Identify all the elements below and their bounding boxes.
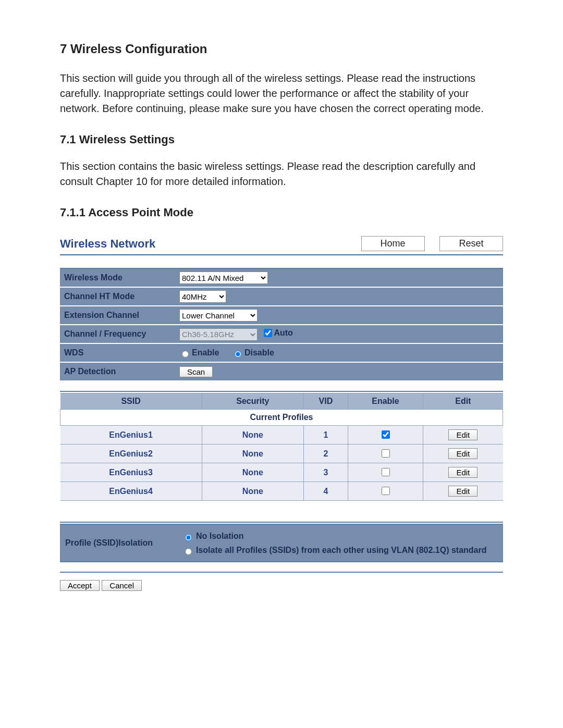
wds-disable-label: Disable <box>244 348 274 357</box>
table-row: EnGenius1None1Edit <box>60 426 503 445</box>
ssid-cell: EnGenius2 <box>60 445 202 463</box>
accept-button[interactable]: Accept <box>60 580 100 591</box>
col-vid: VID <box>303 393 348 410</box>
divider <box>60 391 503 392</box>
table-row: EnGenius3None3Edit <box>60 463 503 482</box>
isolation-none-label: No Isolation <box>196 532 244 540</box>
wds-label: WDS <box>60 343 175 362</box>
isolation-none-radio[interactable] <box>185 534 192 541</box>
security-cell: None <box>202 445 303 463</box>
ht-mode-select[interactable]: 40MHz <box>179 290 226 303</box>
edit-button[interactable]: Edit <box>448 429 478 440</box>
col-edit: Edit <box>423 393 503 410</box>
profiles-caption: Current Profiles <box>60 410 503 426</box>
security-cell: None <box>202 482 303 501</box>
vid-cell: 1 <box>303 426 348 445</box>
table-row: EnGenius4None4Edit <box>60 482 503 501</box>
edit-button[interactable]: Edit <box>448 467 478 478</box>
section-heading-7-1: 7.1 Wireless Settings <box>60 133 503 146</box>
channel-auto-label: Auto <box>274 328 292 338</box>
channel-frequency-select: Ch36-5.18GHz <box>179 328 258 341</box>
enable-checkbox[interactable] <box>382 487 390 495</box>
ht-mode-label: Channel HT Mode <box>60 287 175 306</box>
wireless-network-panel: Wireless Network Home Reset Wireless Mod… <box>60 235 503 591</box>
table-row: EnGenius2None2Edit <box>60 445 503 463</box>
vid-cell: 2 <box>303 445 348 463</box>
security-cell: None <box>202 463 303 482</box>
wireless-mode-label: Wireless Mode <box>60 269 175 287</box>
reset-button[interactable]: Reset <box>439 236 503 251</box>
home-button[interactable]: Home <box>361 236 425 251</box>
scan-button[interactable]: Scan <box>179 366 213 377</box>
extension-channel-select[interactable]: Lower Channel <box>179 309 258 322</box>
edit-button[interactable]: Edit <box>448 448 478 459</box>
current-profiles-table: Current Profiles SSID Security VID Enabl… <box>60 393 503 501</box>
vid-cell: 3 <box>303 463 348 482</box>
section-heading-7-1-1: 7.1.1 Access Point Mode <box>60 206 503 219</box>
ap-detection-label: AP Detection <box>60 362 175 381</box>
enable-checkbox[interactable] <box>382 449 390 458</box>
extension-channel-label: Extension Channel <box>60 306 175 325</box>
ssid-cell: EnGenius1 <box>60 426 202 445</box>
col-enable: Enable <box>348 393 423 410</box>
divider <box>60 572 503 573</box>
cancel-button[interactable]: Cancel <box>102 580 142 591</box>
isolation-vlan-label: Isolate all Profiles (SSIDs) from each o… <box>196 546 486 554</box>
col-ssid: SSID <box>60 393 202 410</box>
wds-enable-radio[interactable] <box>182 351 189 357</box>
enable-checkbox[interactable] <box>382 430 390 439</box>
wds-enable-label: Enable <box>192 348 219 357</box>
ssid-cell: EnGenius3 <box>60 463 202 482</box>
section-heading-7: 7 Wireless Configuration <box>60 42 503 56</box>
vid-cell: 4 <box>303 482 348 501</box>
wireless-mode-select[interactable]: 802.11 A/N Mixed <box>179 272 268 284</box>
wds-disable-radio[interactable] <box>235 351 241 357</box>
section-7-intro: This section will guide you through all … <box>60 71 503 116</box>
isolation-table: Profile (SSID)Isolation No Isolation Iso… <box>60 524 503 562</box>
isolation-vlan-radio[interactable] <box>185 548 192 555</box>
security-cell: None <box>202 426 303 445</box>
section-7-1-intro: This section contains the basic wireless… <box>60 159 503 189</box>
col-security: Security <box>202 393 303 410</box>
enable-checkbox[interactable] <box>382 468 390 476</box>
ssid-cell: EnGenius4 <box>60 482 202 501</box>
channel-frequency-label: Channel / Frequency <box>60 325 175 343</box>
divider <box>60 522 503 523</box>
wireless-settings-table: Wireless Mode 802.11 A/N Mixed Channel H… <box>60 269 503 381</box>
edit-button[interactable]: Edit <box>448 486 478 497</box>
channel-auto-checkbox[interactable] <box>264 329 272 337</box>
isolation-label: Profile (SSID)Isolation <box>60 524 177 562</box>
panel-title: Wireless Network <box>60 237 155 251</box>
